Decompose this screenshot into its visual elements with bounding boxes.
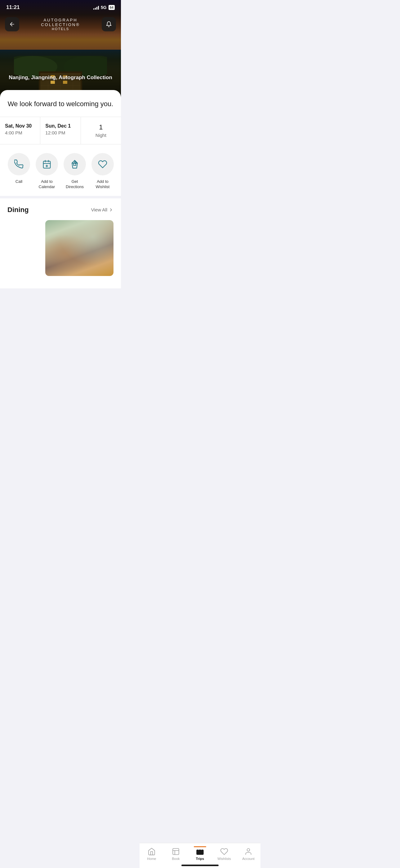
nights-col: 1 Night (81, 117, 121, 144)
svg-rect-13 (63, 81, 67, 84)
calendar-label: Add toCalendar (39, 179, 55, 190)
dining-section: Dining View All (0, 198, 121, 282)
signal-bar-1 (93, 8, 94, 10)
status-time: 11:21 (6, 4, 20, 10)
check-in-date: Sat, Nov 30 (5, 123, 35, 129)
svg-marker-22 (72, 160, 75, 163)
directions-label: GetDirections (66, 179, 84, 190)
directions-icon (70, 160, 79, 169)
signal-bars (93, 5, 99, 10)
wishlist-label: Add toWishlist (96, 179, 110, 190)
view-all-button[interactable]: View All (91, 207, 113, 212)
add-to-calendar-action[interactable]: Add toCalendar (33, 153, 61, 190)
view-all-label: View All (91, 207, 107, 212)
main-card: We look forward to welcoming you. Sat, N… (0, 90, 121, 288)
hotel-brand-line3: HOTELS (41, 27, 80, 31)
dining-image[interactable] (45, 220, 113, 276)
battery: 64 (108, 5, 115, 10)
chevron-right-icon (108, 207, 113, 212)
wishlist-circle (92, 153, 114, 176)
hotel-brand-line2: COLLECTION® (41, 22, 80, 27)
hotel-brand: AUTOGRAPH COLLECTION® HOTELS (41, 18, 80, 31)
calendar-circle (36, 153, 58, 176)
welcome-title: We look forward to welcoming you. (7, 100, 113, 108)
call-label: Call (15, 179, 22, 184)
hero-image: AUTOGRAPH COLLECTION® HOTELS (0, 0, 121, 99)
hotel-name: Nanjing, Jiangning, Autograph Collection (0, 74, 121, 81)
phone-icon (14, 160, 24, 169)
call-circle (8, 153, 30, 176)
bell-icon (106, 21, 112, 27)
back-button[interactable] (5, 17, 19, 31)
heart-icon (98, 160, 107, 169)
status-bar: 11:21 5G 64 (0, 0, 121, 13)
directions-circle (64, 153, 86, 176)
back-icon (9, 21, 15, 27)
booking-info: Sat, Nov 30 4:00 PM Sun, Dec 1 12:00 PM … (0, 117, 121, 144)
signal-bar-3 (96, 7, 97, 10)
check-out-time: 12:00 PM (45, 130, 75, 135)
hotel-brand-line1: AUTOGRAPH (41, 18, 80, 22)
actions-row: Call Add toCalendar (0, 144, 121, 196)
battery-level: 64 (108, 5, 115, 10)
dining-title: Dining (7, 206, 29, 214)
network-type: 5G (101, 5, 107, 10)
dining-image-inner (45, 220, 113, 276)
notification-button[interactable] (102, 17, 116, 31)
call-action[interactable]: Call (5, 153, 33, 190)
check-in-col: Sat, Nov 30 4:00 PM (0, 117, 40, 144)
calendar-add-icon (42, 160, 52, 169)
add-to-wishlist-action[interactable]: Add toWishlist (89, 153, 116, 190)
check-in-time: 4:00 PM (5, 130, 35, 135)
get-directions-action[interactable]: GetDirections (61, 153, 89, 190)
nights-count: 1 (86, 123, 116, 131)
nights-label: Night (86, 132, 116, 138)
status-right: 5G 64 (93, 5, 115, 10)
section-divider (0, 196, 121, 198)
hero-nav: AUTOGRAPH COLLECTION® HOTELS (0, 17, 121, 31)
signal-bar-4 (98, 6, 99, 10)
signal-bar-2 (95, 8, 96, 10)
welcome-section: We look forward to welcoming you. (0, 90, 121, 108)
check-out-date: Sun, Dec 1 (45, 123, 75, 129)
dining-header: Dining View All (7, 206, 113, 214)
check-out-col: Sun, Dec 1 12:00 PM (40, 117, 80, 144)
svg-rect-12 (51, 81, 55, 84)
